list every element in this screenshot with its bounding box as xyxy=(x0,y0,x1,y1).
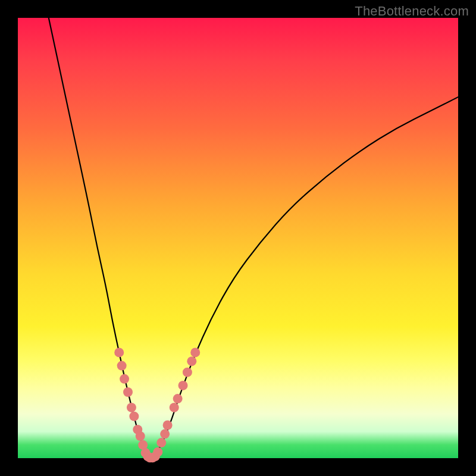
curve-marker xyxy=(183,368,192,377)
curve-marker xyxy=(129,412,139,421)
right-curve-path xyxy=(154,97,458,458)
chart-plot-area xyxy=(18,18,458,458)
curve-marker xyxy=(173,394,183,403)
curve-marker xyxy=(170,403,179,412)
left-curve-path xyxy=(49,18,148,458)
marker-group xyxy=(114,347,200,462)
curve-marker xyxy=(120,374,129,384)
curve-marker xyxy=(178,381,188,390)
curve-marker xyxy=(153,447,162,457)
chart-svg xyxy=(18,18,458,458)
curve-marker xyxy=(163,421,173,430)
curve-marker xyxy=(156,438,166,447)
curve-marker xyxy=(127,403,136,412)
curve-marker xyxy=(123,387,133,397)
curve-marker xyxy=(160,429,170,439)
curve-marker xyxy=(190,347,200,357)
watermark-text: TheBottleneck.com xyxy=(355,4,469,19)
curve-marker xyxy=(187,356,196,366)
curve-marker xyxy=(114,347,124,357)
curve-marker xyxy=(117,361,127,371)
curve-marker xyxy=(136,431,145,441)
